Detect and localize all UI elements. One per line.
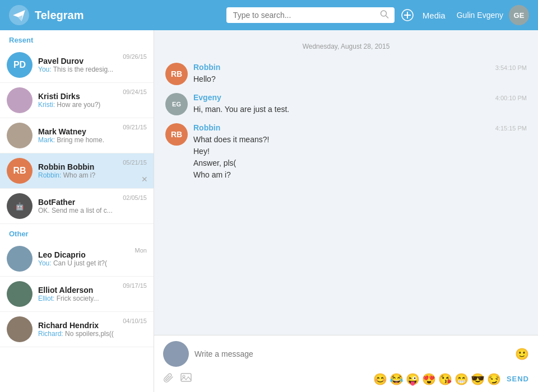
avatar-botfather: 🤖 <box>7 193 33 219</box>
avatar-mark <box>7 123 33 148</box>
chat-preview-pavel: You: This is the redesig... <box>38 66 147 73</box>
msg-header-1: Robbin 3:54:10 PM <box>193 63 527 72</box>
chat-preview-kristi: Kristi: How are you?) <box>38 101 147 109</box>
svg-point-1 <box>381 11 386 16</box>
chat-name-leo: Leo Dicaprio <box>38 250 147 259</box>
message-row-1: RB Robbin 3:54:10 PM Hello? <box>165 63 527 85</box>
msg-text-2: Hi, man. You are just a test. <box>193 104 527 115</box>
chat-preview-leo: You: Can U just get it?( <box>38 259 147 267</box>
msg-text-1: Hello? <box>193 73 527 85</box>
chat-date-botfather: 02/05/15 <box>123 194 147 201</box>
image-icon <box>180 371 192 384</box>
message-input[interactable] <box>194 349 509 358</box>
telegram-logo-icon <box>9 5 29 25</box>
sidebar: Resent PD Pavel Durov You: This is the r… <box>0 30 154 392</box>
msg-content-3: Robbin 4:15:15 PM What does it means?!He… <box>193 123 527 181</box>
msg-time-2: 4:00:10 PM <box>495 95 527 101</box>
chat-item-botfather[interactable]: 🤖 BotFather OK. Send me a list of c... 0… <box>0 189 154 224</box>
emoji-6[interactable]: 😁 <box>454 372 469 386</box>
emoji-7[interactable]: 😎 <box>471 372 485 386</box>
close-chat-button[interactable]: ✕ <box>141 175 148 184</box>
username-label: Gulin Evgeny <box>457 11 503 20</box>
composer-avatar <box>163 341 189 367</box>
chat-date-kristi: 09/24/15 <box>123 88 147 95</box>
chat-date-leo: Mon <box>135 247 147 254</box>
emoji-row: 😊 😂 😜 😍 😘 😁 😎 😏 <box>198 372 501 386</box>
message-row-2: EG Evgeny 4:00:10 PM Hi, man. You are ju… <box>165 93 527 115</box>
add-button[interactable] <box>401 9 414 21</box>
msg-avatar-evgeny: EG <box>165 93 188 115</box>
msg-time-3: 4:15:15 PM <box>495 125 527 132</box>
chat-item-elliot[interactable]: Elliot Alderson Elliot: Frick society...… <box>0 277 154 312</box>
emoji-picker-button[interactable]: 🙂 <box>515 347 529 361</box>
send-button[interactable]: SEND <box>507 375 529 383</box>
emoji-4[interactable]: 😍 <box>422 372 436 386</box>
avatar-robbin: RB <box>7 158 33 184</box>
emoji-1[interactable]: 😊 <box>373 372 387 386</box>
chat-item-leo[interactable]: Leo Dicaprio You: Can U just get it?( Mo… <box>0 241 154 277</box>
msg-text-3: What does it means?!Hey!Answer, pls(Who … <box>193 134 527 181</box>
chat-item-richard[interactable]: Richard Hendrix Richard: No spoilers,pls… <box>0 312 154 347</box>
chat-preview-robbin: Robbin: Who am i? <box>38 171 147 179</box>
chat-date-elliot: 09/17/15 <box>123 282 147 289</box>
chat-preview-richard: Richard: No spoilers,pls(( <box>38 330 147 338</box>
app-title: Telegram <box>35 9 226 22</box>
msg-content-2: Evgeny 4:00:10 PM Hi, man. You are just … <box>193 93 527 115</box>
msg-avatar-robbin-1: RB <box>165 63 188 85</box>
msg-sender-3: Robbin <box>193 123 220 132</box>
avatar-elliot <box>7 281 33 307</box>
chat-preview-mark: Mark: Bring me home. <box>38 136 147 144</box>
chat-date-mark: 09/21/15 <box>123 124 147 130</box>
emoji-3[interactable]: 😜 <box>406 372 420 386</box>
chat-date-robbin: 05/21/15 <box>123 159 147 166</box>
msg-time-1: 3:54:10 PM <box>495 64 527 71</box>
chat-item-robbin[interactable]: RB Robbin Bobbin Robbin: Who am i? 05/21… <box>0 153 154 189</box>
emoji-2[interactable]: 😂 <box>389 372 404 386</box>
add-icon <box>401 9 414 21</box>
resent-section-label: Resent <box>0 30 154 48</box>
input-top: 🙂 <box>163 341 529 367</box>
search-input[interactable] <box>226 7 395 23</box>
main-layout: Resent PD Pavel Durov You: This is the r… <box>0 30 538 392</box>
input-area: 🙂 😊 😂 😜 <box>154 335 538 392</box>
search-icon-button[interactable] <box>380 10 389 21</box>
media-link[interactable]: Media <box>423 11 446 20</box>
image-attach-button[interactable] <box>180 371 192 386</box>
other-section-label: Other <box>0 224 154 241</box>
search-wrapper <box>226 7 395 23</box>
chat-item-pavel[interactable]: PD Pavel Durov You: This is the redesig.… <box>0 48 154 83</box>
svg-line-2 <box>386 16 388 18</box>
svg-rect-6 <box>181 374 191 381</box>
avatar-pavel: PD <box>7 52 33 78</box>
search-icon <box>380 10 389 19</box>
user-avatar: GE <box>509 5 529 25</box>
avatar-richard <box>7 316 33 342</box>
chat-preview-botfather: OK. Send me a list of c... <box>38 207 147 214</box>
msg-header-2: Evgeny 4:00:10 PM <box>193 93 527 102</box>
paperclip-icon <box>163 372 174 383</box>
messages-list: Wednesday, August 28, 2015 RB Robbin 3:5… <box>154 30 538 335</box>
emoji-5[interactable]: 😘 <box>438 372 452 386</box>
message-row-3: RB Robbin 4:15:15 PM What does it means?… <box>165 123 527 181</box>
chat-date-pavel: 09/26/15 <box>123 53 147 60</box>
msg-header-3: Robbin 4:15:15 PM <box>193 123 527 132</box>
chat-item-kristi[interactable]: Kristi Dirks Kristi: How are you?) 09/24… <box>0 83 154 118</box>
msg-avatar-robbin-3: RB <box>165 123 188 146</box>
msg-content-1: Robbin 3:54:10 PM Hello? <box>193 63 527 85</box>
attach-button[interactable] <box>163 372 174 386</box>
header-user[interactable]: Gulin Evgeny GE <box>457 5 529 25</box>
chat-date-richard: 04/10/15 <box>123 318 147 324</box>
chat-item-mark[interactable]: Mark Watney Mark: Bring me home. 09/21/1… <box>0 118 154 153</box>
chat-area: Wednesday, August 28, 2015 RB Robbin 3:5… <box>154 30 538 392</box>
chat-info-leo: Leo Dicaprio You: Can U just get it?( <box>38 250 147 267</box>
avatar-kristi <box>7 87 33 113</box>
chat-preview-elliot: Elliot: Frick society... <box>38 295 147 302</box>
input-bottom: 😊 😂 😜 😍 😘 😁 😎 😏 SEND <box>163 371 529 386</box>
date-divider: Wednesday, August 28, 2015 <box>165 36 527 55</box>
app-header: Telegram Media Gulin Evgeny GE <box>0 0 538 30</box>
msg-sender-2: Evgeny <box>193 93 221 102</box>
msg-sender-1: Robbin <box>193 63 220 72</box>
emoji-8[interactable]: 😏 <box>487 372 501 386</box>
avatar-leo <box>7 246 33 272</box>
